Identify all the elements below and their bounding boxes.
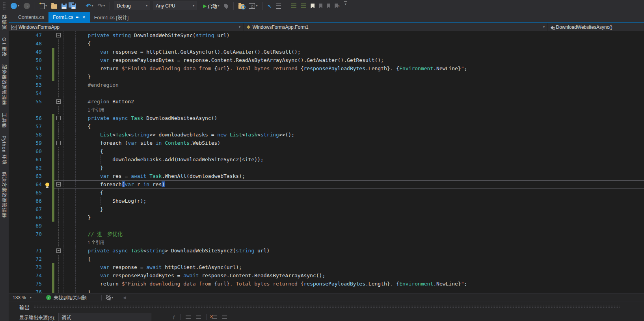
toolbar-grip-handle[interactable]	[3, 2, 6, 10]
chevron-down-icon[interactable]: ▾	[45, 4, 47, 7]
fold-collapse-icon[interactable]	[56, 141, 61, 145]
outlining-margin[interactable]	[54, 114, 62, 122]
outlining-margin[interactable]	[54, 31, 62, 39]
code-line[interactable]: 60{	[9, 147, 644, 155]
member-dropdown[interactable]: ◆ DownloadWebsitesAsync()	[548, 23, 644, 31]
navigate-backward-button[interactable]: ← ▾	[10, 1, 20, 11]
code-line[interactable]: 54	[9, 89, 644, 97]
toggle-word-wrap-icon[interactable]	[222, 315, 227, 319]
side-tab[interactable]: 工具箱	[1, 113, 8, 128]
clear-bookmarks-button[interactable]: ×	[334, 1, 340, 11]
panel-drag-dots[interactable]	[34, 305, 620, 309]
document-tab[interactable]: Form1.cs [设计]	[90, 12, 133, 22]
code-editor[interactable]: 47private string DownloadWebSiteSync(str…	[9, 31, 644, 293]
code-line[interactable]: 73var response = await httpClient.GetAsy…	[9, 263, 644, 271]
fold-collapse-icon[interactable]	[56, 99, 61, 104]
increase-indent-button[interactable]	[300, 1, 307, 11]
outlining-margin[interactable]	[54, 246, 62, 255]
code-line[interactable]: 48{	[9, 39, 644, 48]
side-tab[interactable]: 数据源	[1, 15, 8, 30]
code-line[interactable]: 55#region Button2	[9, 97, 644, 106]
type-dropdown[interactable]: ❖ WindowsFormsApp.Form1 ▾	[244, 23, 548, 31]
outlining-margin[interactable]	[54, 97, 62, 106]
lightbulb-icon[interactable]	[45, 183, 49, 187]
code-line[interactable]: 58List<Task<string>> downloadwebTasks = …	[9, 131, 644, 139]
hot-reload-button[interactable]	[223, 1, 229, 11]
output-panel-header[interactable]: 输出	[9, 302, 644, 312]
outlining-margin[interactable]	[54, 139, 62, 147]
document-tab[interactable]: Contents.cs	[14, 12, 48, 22]
fold-collapse-icon[interactable]	[56, 33, 61, 37]
codelens-line[interactable]: 1 个引用	[9, 106, 644, 114]
code-line[interactable]: 64foreach(var r in res)	[9, 180, 644, 188]
code-line[interactable]: 59foreach (var site in Contents.WebSites…	[9, 139, 644, 147]
undo-button[interactable]: ↷ ▾	[85, 1, 94, 11]
code-line[interactable]: 71private async Task<string> DownloadWeb…	[9, 246, 644, 255]
fold-collapse-icon[interactable]	[56, 248, 61, 253]
find-in-files-button[interactable]	[238, 1, 245, 11]
navigate-forward-button[interactable]: →	[23, 1, 31, 11]
code-line[interactable]: 69	[9, 222, 644, 230]
chevron-down-icon[interactable]: ▾	[18, 4, 19, 7]
outlining-margin[interactable]	[54, 181, 62, 188]
code-line[interactable]: 53#endregion	[9, 81, 644, 89]
new-file-button[interactable]: ✶ ▾	[39, 1, 48, 11]
save-all-button[interactable]	[70, 1, 77, 11]
messages-icon[interactable]	[186, 315, 191, 319]
code-line[interactable]: 61downloadwebTasks.Add(DownloadWebSiteSy…	[9, 155, 644, 164]
code-line[interactable]: 65{	[9, 188, 644, 197]
lightbulb-margin[interactable]	[43, 180, 52, 188]
code-line[interactable]: 51return $"Finish downloding data from {…	[9, 64, 644, 73]
goto-message-icon[interactable]: ƒ	[173, 315, 175, 319]
previous-bookmark-button[interactable]	[318, 1, 323, 11]
select-element-button[interactable]: ↖	[267, 1, 273, 11]
clear-all-output-icon[interactable]	[212, 315, 217, 319]
toolbar-overflow-button[interactable]: ▾	[343, 1, 348, 11]
chevron-down-icon[interactable]: ▾	[218, 4, 219, 7]
zoom-level-combo[interactable]: 133 % ▾	[13, 295, 34, 300]
output-source-combo[interactable]: 调试	[58, 313, 151, 321]
chevron-down-icon[interactable]: ▾	[92, 4, 93, 7]
code-line[interactable]: 50var responsePayloadBytes = response.Co…	[9, 56, 644, 64]
scroll-left-arrow-icon[interactable]: ◀	[123, 295, 126, 300]
side-tab[interactable]: Python 环境	[1, 136, 8, 165]
code-line[interactable]: 70// 进一步优化	[9, 230, 644, 238]
code-line[interactable]: 63var res = await Task.WhenAll(downloadw…	[9, 172, 644, 180]
document-tab[interactable]: Form1.cs×	[48, 12, 90, 22]
open-file-button[interactable]	[50, 1, 58, 11]
wrap-icon[interactable]	[196, 315, 201, 319]
decrease-indent-button[interactable]	[290, 1, 297, 11]
close-icon[interactable]: ×	[82, 15, 86, 20]
side-tab[interactable]: Git 更改	[1, 37, 8, 57]
code-line[interactable]: 72{	[9, 255, 644, 263]
code-line[interactable]: 62}	[9, 164, 644, 172]
codelens-references[interactable]: 1 个引用	[88, 108, 104, 112]
start-debugging-button[interactable]: ▶ 启动 ▾	[202, 1, 220, 11]
code-line[interactable]: 52}	[9, 73, 644, 81]
solution-configuration-combo[interactable]: Debug ▾	[114, 2, 150, 10]
redo-button[interactable]: ↷ ▾	[97, 1, 106, 11]
code-line[interactable]: 57{	[9, 122, 644, 131]
side-tab[interactable]: 解决方案资源管理器	[1, 172, 8, 218]
code-line[interactable]: 66ShowLog(r);	[9, 197, 644, 205]
document-outline-button[interactable]	[275, 1, 282, 11]
code-line[interactable]: 68}	[9, 213, 644, 222]
code-line[interactable]: 75return $"Finish downloding data from {…	[9, 280, 644, 288]
code-line[interactable]: 49var response = httpClient.GetAsync(url…	[9, 48, 644, 56]
chevron-down-icon[interactable]: ▾	[256, 4, 257, 7]
code-line[interactable]: 76}	[9, 288, 644, 293]
code-line[interactable]: 74var responsePayloadBytes = await respo…	[9, 271, 644, 280]
next-bookmark-button[interactable]	[326, 1, 331, 11]
codelens-line[interactable]: 1 个引用	[9, 238, 644, 246]
code-line[interactable]: 47private string DownloadWebSiteSync(str…	[9, 31, 644, 39]
code-cleanup-button[interactable]: ▾	[105, 293, 114, 302]
save-button[interactable]	[61, 1, 67, 11]
solution-platform-combo[interactable]: Any CPU ▾	[153, 2, 197, 10]
chevron-down-icon[interactable]: ▾	[103, 4, 105, 7]
fold-collapse-icon[interactable]	[56, 116, 61, 120]
pin-icon[interactable]	[76, 15, 80, 19]
code-line[interactable]: 56private async Task DownloadWebsitesAsy…	[9, 114, 644, 122]
fold-collapse-icon[interactable]	[56, 182, 61, 187]
toggle-bookmark-button[interactable]	[310, 1, 315, 11]
side-tab[interactable]: 服务器资源管理器	[1, 64, 8, 105]
